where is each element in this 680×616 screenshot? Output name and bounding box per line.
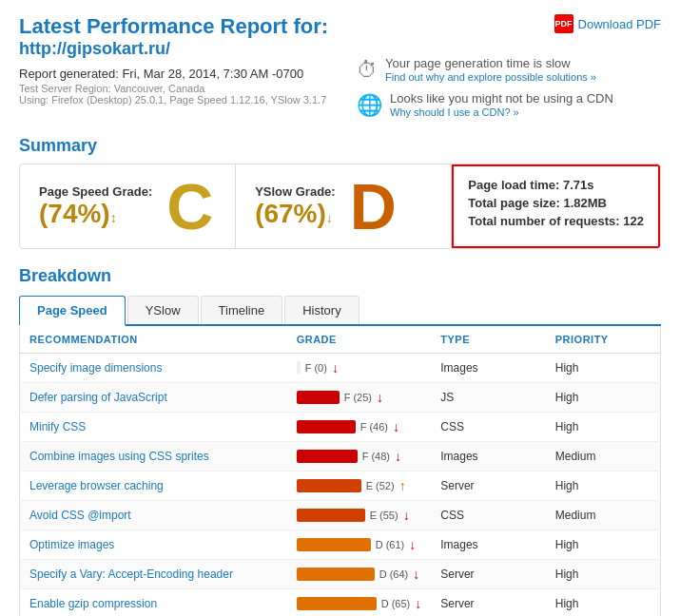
pdf-icon: PDF: [554, 14, 573, 33]
table-row: Defer parsing of JavaScript F (25) ↓ JS …: [20, 383, 661, 413]
cell-grade: E (55) ↓: [287, 501, 432, 530]
table-row: Combine images using CSS sprites F (48) …: [20, 442, 661, 472]
grade-arrow: ↓: [415, 596, 421, 611]
grade-badge: F (46): [360, 421, 388, 433]
recommendation-link[interactable]: Leverage browser caching: [29, 479, 164, 492]
tab-history[interactable]: History: [284, 296, 359, 324]
clock-icon: ⏱: [357, 58, 378, 83]
grade-bar: [297, 479, 361, 492]
cell-recommendation: Enable gzip compression: [20, 589, 287, 616]
yslow-grade-panel: YSlow Grade: (67%)↓ D: [236, 164, 451, 248]
grade-bar: [297, 450, 358, 463]
table-row: Optimize images D (61) ↓ Images High: [20, 530, 661, 560]
grade-badge: D (61): [376, 539, 405, 550]
alert-cdn-link[interactable]: Why should I use a CDN? »: [390, 106, 519, 118]
recommendation-link[interactable]: Enable gzip compression: [29, 597, 157, 610]
recommendation-link[interactable]: Specify image dimensions: [29, 361, 162, 375]
cell-grade: D (64) ↓: [287, 560, 432, 589]
grade-badge: F (48): [362, 451, 390, 462]
cell-grade: F (25) ↓: [287, 383, 432, 413]
cell-priority: High: [546, 413, 661, 442]
table-row: Leverage browser caching E (52) ↑ Server…: [20, 472, 661, 501]
cell-recommendation: Combine images using CSS sprites: [20, 442, 287, 472]
grade-bar: [297, 597, 377, 610]
cell-recommendation: Specify a Vary: Accept-Encoding header: [20, 560, 287, 589]
grade-bar: [297, 361, 301, 375]
grade-badge: F (0): [305, 362, 327, 374]
cell-recommendation: Leverage browser caching: [20, 472, 287, 501]
grade-arrow: ↓: [377, 390, 383, 405]
breakdown-title: Breakdown: [19, 266, 661, 286]
grade-arrow: ↓: [409, 537, 416, 552]
cell-priority: High: [546, 560, 661, 589]
recommendation-link[interactable]: Combine images using CSS sprites: [29, 450, 209, 463]
recommendation-link[interactable]: Specify a Vary: Accept-Encoding header: [29, 568, 233, 581]
cell-priority: Medium: [546, 442, 661, 472]
cell-type: Images: [431, 530, 546, 560]
summary-title: Summary: [19, 136, 661, 156]
cell-type: Server: [431, 589, 546, 616]
cell-recommendation: Avoid CSS @import: [20, 501, 287, 530]
grade-arrow: ↑: [399, 478, 406, 493]
cell-type: CSS: [431, 413, 546, 442]
tab-yslow[interactable]: YSlow: [127, 296, 199, 324]
cell-priority: Medium: [546, 501, 661, 530]
cell-type: Images: [431, 442, 546, 472]
cell-priority: High: [546, 589, 661, 616]
cell-priority: High: [546, 354, 661, 383]
cell-priority: High: [546, 472, 661, 501]
cell-type: CSS: [431, 501, 546, 530]
table-row: Minify CSS F (46) ↓ CSS High: [20, 413, 661, 442]
grade-badge: F (25): [344, 392, 372, 403]
cell-grade: F (46) ↓: [287, 413, 432, 442]
breakdown-tabs: Page Speed YSlow Timeline History: [19, 296, 661, 326]
cell-priority: High: [546, 383, 661, 413]
table-row: Enable gzip compression D (65) ↓ Server …: [20, 589, 661, 616]
grade-bar: [297, 420, 356, 433]
alert-cdn: 🌐 Looks like you might not be using a CD…: [357, 91, 661, 119]
page-title: Latest Performance Report for: http://gi…: [19, 14, 328, 59]
grade-badge: E (55): [370, 510, 398, 521]
tab-timeline[interactable]: Timeline: [201, 296, 283, 324]
recommendation-link[interactable]: Minify CSS: [29, 420, 86, 433]
table-row: Avoid CSS @import E (55) ↓ CSS Medium: [20, 501, 661, 530]
summary-box: Page Speed Grade: (74%)↕ C YSlow Grade: …: [19, 164, 661, 249]
cell-grade: F (48) ↓: [287, 442, 432, 472]
recommendation-link[interactable]: Avoid CSS @import: [29, 509, 131, 522]
grade-bar: [297, 509, 365, 522]
cell-grade: E (52) ↑: [287, 472, 432, 501]
grade-arrow: ↓: [393, 419, 399, 434]
grade-bar: [297, 391, 340, 404]
alerts-panel: ⏱ Your page generation time is slow Find…: [357, 56, 661, 126]
cell-recommendation: Specify image dimensions: [20, 354, 287, 383]
cell-priority: High: [546, 530, 661, 560]
cell-type: JS: [431, 383, 546, 413]
cell-recommendation: Optimize images: [20, 530, 287, 560]
download-pdf-button[interactable]: PDF Download PDF: [554, 14, 661, 33]
stats-panel: Page load time: 7.71s Total page size: 1…: [452, 164, 660, 248]
alert-slow-generation: ⏱ Your page generation time is slow Find…: [357, 56, 661, 84]
col-grade: GRADE: [287, 326, 432, 354]
cell-type: Images: [431, 354, 546, 383]
cell-grade: F (0) ↓: [287, 354, 432, 383]
table-row: Specify a Vary: Accept-Encoding header D…: [20, 560, 661, 589]
tab-page-speed[interactable]: Page Speed: [19, 296, 126, 326]
grade-arrow: ↓: [332, 360, 339, 375]
recommendation-link[interactable]: Defer parsing of JavaScript: [29, 391, 167, 404]
table-row: Specify image dimensions F (0) ↓ Images …: [20, 354, 661, 383]
cell-recommendation: Minify CSS: [20, 413, 287, 442]
cell-grade: D (65) ↓: [287, 589, 432, 616]
col-recommendation: RECOMMENDATION: [20, 326, 287, 354]
recommendation-link[interactable]: Optimize images: [29, 538, 114, 551]
grade-bar: [297, 568, 375, 581]
cell-grade: D (61) ↓: [287, 530, 432, 560]
alert-slow-link[interactable]: Find out why and explore possible soluti…: [385, 71, 596, 83]
pagespeed-grade-panel: Page Speed Grade: (74%)↕ C: [20, 164, 235, 248]
breakdown-table: RECOMMENDATION GRADE TYPE PRIORITY Speci…: [19, 326, 661, 616]
grade-arrow: ↓: [403, 508, 410, 523]
table-header-row: RECOMMENDATION GRADE TYPE PRIORITY: [20, 326, 661, 354]
cell-type: Server: [431, 472, 546, 501]
col-type: TYPE: [431, 326, 546, 354]
grade-bar: [297, 538, 371, 551]
globe-icon: 🌐: [357, 93, 382, 118]
